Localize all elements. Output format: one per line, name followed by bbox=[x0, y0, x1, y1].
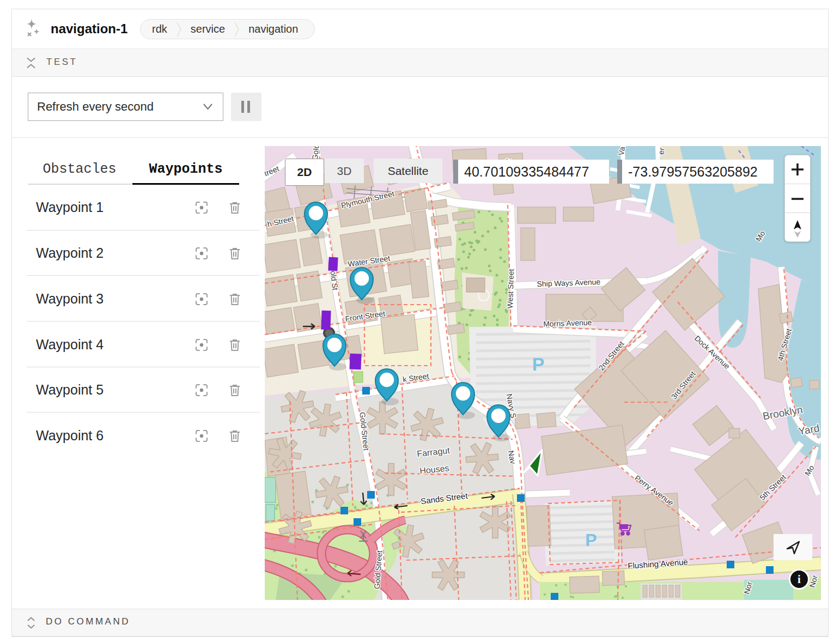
svg-text:P: P bbox=[532, 354, 545, 374]
svg-text:West Street: West Street bbox=[506, 269, 516, 309]
svg-text:Morris Avenue: Morris Avenue bbox=[543, 318, 592, 328]
svg-text:P: P bbox=[585, 530, 596, 550]
svg-text:Va: Va bbox=[617, 146, 627, 156]
